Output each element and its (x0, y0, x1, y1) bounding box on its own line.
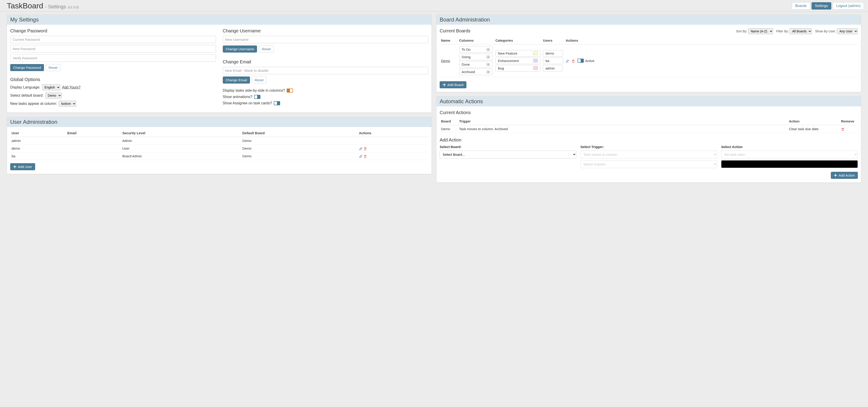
verify-password-input[interactable] (10, 54, 216, 62)
change-username-title: Change Username (223, 28, 429, 34)
my-settings-panel: My Settings Change Password Change Passw… (7, 14, 432, 113)
current-password-input[interactable] (10, 36, 216, 43)
th-board-columns: Columns (458, 37, 494, 44)
aa-trigger: Task moves to column: Archived (458, 125, 787, 133)
board-row: Demo To Do0Doing0Done0Archived0 New Feat… (440, 44, 858, 77)
column-name: Done (462, 63, 470, 66)
show-assignee-toggle[interactable] (274, 101, 280, 105)
auto-actions-title: Automatic Actions (436, 96, 861, 106)
side-by-side-toggle[interactable] (287, 89, 293, 93)
reset-email-button[interactable]: Reset (252, 76, 267, 83)
select-board-dropdown[interactable]: Select Board... (440, 150, 576, 159)
show-animations-toggle[interactable] (254, 95, 260, 99)
category-name: Bug (498, 66, 504, 70)
add-yours-link[interactable]: Add Yours? (62, 86, 81, 90)
side-by-side-label: Display tasks side-by-side in columns? (223, 89, 285, 93)
edit-board-icon[interactable] (566, 59, 569, 63)
remove-action-icon[interactable] (841, 127, 845, 131)
sort-by-select[interactable]: Name (A-Z) (748, 28, 773, 34)
nav-boards[interactable]: Boards (792, 2, 810, 9)
add-user-label: Add User (18, 165, 32, 169)
select-trigger-dropdown[interactable]: Task moves to column: (580, 150, 717, 159)
board-active-toggle[interactable] (578, 59, 584, 63)
new-tasks-select[interactable]: bottom (59, 101, 76, 107)
aa-action: Clear task due date. (787, 125, 840, 133)
cell-actions (358, 145, 428, 152)
user-row: admin Admin Demo (10, 137, 428, 145)
cell-email (66, 137, 121, 145)
board-admin-panel: Board Administration Current Boards Sort… (436, 14, 861, 92)
delete-user-icon[interactable] (364, 154, 367, 158)
nav-logout[interactable]: Logout (admin) (833, 2, 864, 9)
show-by-user-select[interactable]: Any User (837, 28, 858, 34)
nav-settings[interactable]: Settings (812, 2, 832, 9)
add-board-button[interactable]: Add Board (440, 81, 466, 88)
delete-board-icon[interactable] (571, 59, 575, 63)
user-table: User Email Security Level Default Board … (10, 129, 428, 160)
th-user: User (10, 129, 66, 137)
new-username-input[interactable] (223, 36, 429, 43)
show-by-user-label: Show By User: (815, 29, 836, 33)
change-username-button[interactable]: Change Username (223, 45, 257, 53)
select-action-dropdown[interactable]: Set task color: (721, 150, 858, 159)
new-password-input[interactable] (10, 45, 216, 53)
category-pill: Enhancement (495, 58, 540, 64)
color-preview[interactable] (721, 160, 858, 168)
default-board-select[interactable]: Demo (45, 93, 62, 98)
cell-board: Demo (241, 145, 358, 152)
reset-password-button[interactable]: Reset (46, 64, 61, 71)
user-pill: ba (543, 58, 563, 64)
board-name-link[interactable]: Demo (441, 59, 450, 63)
filter-by-select[interactable]: All Boards (789, 28, 812, 34)
change-email-button[interactable]: Change Email (223, 76, 250, 83)
cell-email (66, 152, 121, 160)
select-column-dropdown[interactable]: Select Column (580, 160, 717, 168)
th-board-name: Name (440, 37, 458, 44)
new-email-input[interactable] (223, 67, 429, 74)
plus-icon (443, 83, 446, 87)
change-password-button[interactable]: Change Password (10, 64, 44, 71)
cell-level: Admin (121, 137, 241, 145)
column-count: 0 (486, 48, 490, 51)
auto-actions-panel: Automatic Actions Current Actions Board … (436, 96, 861, 183)
display-language-select[interactable]: English (42, 84, 60, 90)
th-email: Email (66, 129, 121, 137)
add-user-button[interactable]: Add User (10, 163, 35, 170)
column-pill: Doing0 (459, 54, 493, 60)
edit-user-icon[interactable] (359, 154, 363, 158)
category-pill: Bug (495, 65, 540, 71)
delete-user-icon[interactable] (364, 146, 367, 150)
category-swatch (533, 52, 538, 55)
column-name: Doing (462, 55, 470, 59)
column-name: Archived (462, 70, 475, 74)
column-count: 0 (486, 56, 490, 59)
category-swatch (533, 66, 538, 70)
plus-icon (13, 165, 17, 168)
category-pill: New Feature (495, 50, 540, 57)
action-row: Demo Task moves to column: Archived Clea… (440, 125, 858, 133)
filter-by-label: Filter By: (776, 29, 789, 33)
th-board-categories: Categories (494, 37, 541, 44)
app-title: TaskBoard (7, 1, 43, 10)
current-boards-title: Current Boards (440, 28, 470, 34)
column-count: 0 (486, 70, 490, 74)
user-admin-title: User Administration (7, 117, 432, 127)
edit-user-icon[interactable] (359, 146, 363, 150)
default-board-label: Select default board: (10, 94, 43, 98)
cell-board: Demo (241, 137, 358, 145)
column-name: To Do (462, 47, 470, 52)
show-assignee-label: Show Assignee on task cards? (223, 101, 272, 105)
cell-level: Board Admin (121, 152, 241, 160)
category-swatch (533, 59, 538, 63)
add-action-button[interactable]: Add Action (831, 172, 858, 179)
change-email-title: Change Email (223, 59, 429, 65)
select-trigger-label: Select Trigger: (580, 145, 717, 149)
th-board-actions: Actions (564, 37, 858, 44)
app-version: (v1.0.0) (68, 5, 79, 9)
th-board-users: Users (541, 37, 564, 44)
cell-user: demo (10, 145, 66, 152)
reset-username-button[interactable]: Reset (259, 45, 274, 53)
column-pill: To Do0 (459, 46, 493, 53)
cell-user: ba (10, 152, 66, 160)
th-aa-action: Action (787, 117, 840, 125)
